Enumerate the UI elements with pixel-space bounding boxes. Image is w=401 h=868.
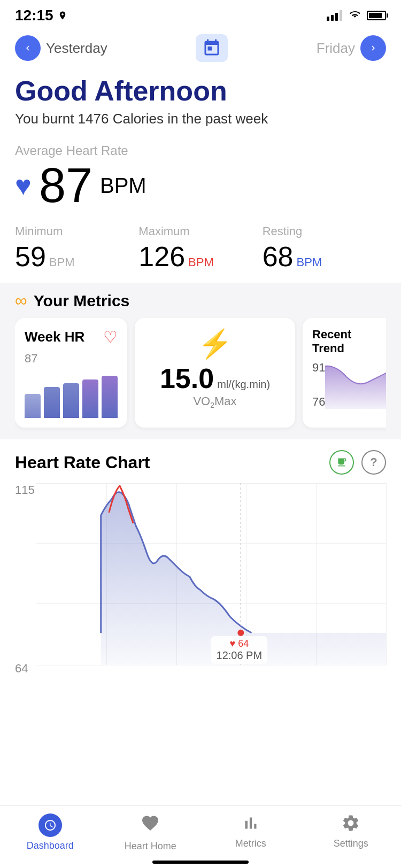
home-indicator [152,861,249,864]
chart-tooltip: ♥ 64 12:06 PM [211,636,268,664]
chart-y-labels: 115 64 [15,483,35,686]
signal-icon [327,10,342,21]
hr-min-stat: Minimum 59 BPM [15,224,138,273]
hr-avg-unit: BPM [100,174,146,198]
hr-avg-label: Average Heart Rate [15,143,386,158]
greeting-subtitle: You burnt 1476 Calories in the past week [15,111,386,127]
infinity-icon: ∞ [15,291,27,311]
prev-day-button[interactable] [15,35,41,61]
hr-max-unit: BPM [188,255,214,269]
recent-trend-card[interactable]: RecentTrend 91 76 [303,318,386,428]
hr-min-label: Minimum [15,224,138,238]
nav-item-dashboard[interactable]: Dashboard [0,813,101,852]
chart-header: Heart Rate Chart ? [15,450,386,475]
chart-action-icons: ? [329,450,386,475]
status-time: 12:15 [15,7,53,24]
hr-rest-stat: Resting 68 BPM [263,224,386,273]
metrics-title: Your Metrics [34,292,130,310]
heart-outline-icon: ♡ [103,328,118,346]
y-max-label: 115 [15,483,35,497]
bottom-nav: Dashboard Heart Home Metrics Settings [0,805,401,868]
chart-grid: ♥ 64 12:06 PM [36,483,386,665]
tooltip-time: 12:06 PM [217,649,263,662]
heart-home-nav-label: Heart Home [125,841,176,852]
settings-icon [341,813,360,835]
metrics-header: ∞ Your Metrics [15,291,386,311]
chart-section: Heart Rate Chart ? 115 64 [0,439,401,692]
nav-item-heart-home[interactable]: Heart Home [101,813,201,852]
hr-max-value: 126 [138,241,185,273]
prev-day-label: Yesterday [46,40,107,57]
metrics-icon [241,813,260,835]
vo2max-value: 15.0 [160,362,214,394]
hr-avg-value: 87 [39,161,92,210]
greeting-title: Good Afternoon [15,76,386,106]
week-hr-title: Week HR [25,329,84,345]
next-day-button[interactable] [360,35,386,61]
heart-home-icon [141,813,160,838]
hr-stats-row: Minimum 59 BPM Maximum 126 BPM Resting 6… [15,224,386,273]
week-hr-bar-chart [25,370,118,418]
greeting-section: Good Afternoon You burnt 1476 Calories i… [0,71,401,138]
help-button[interactable]: ? [361,450,386,475]
trend-top-val: 91 [312,361,325,375]
y-min-label: 64 [15,662,35,676]
hr-min-unit: BPM [49,255,75,269]
battery-icon [367,11,386,20]
question-icon: ? [370,455,377,469]
heart-icon: ♥ [15,169,32,201]
location-icon [58,11,67,20]
calendar-button[interactable] [196,34,228,62]
hr-min-value: 59 [15,241,46,273]
hr-rest-label: Resting [263,224,386,238]
week-hr-card[interactable]: Week HR ♡ 87 [15,318,127,428]
status-icons [327,9,386,22]
hr-rest-value: 68 [263,241,294,273]
status-bar: 12:15 [0,0,401,29]
chart-title: Heart Rate Chart [15,453,150,472]
metrics-nav-label: Metrics [235,838,266,849]
week-hr-value: 87 [25,352,118,366]
hr-max-stat: Maximum 126 BPM [138,224,262,273]
hr-max-label: Maximum [138,224,262,238]
metrics-cards: Week HR ♡ 87 ⚡ 15.0 ml/(kg.min) VO2Max [15,318,386,434]
recent-trend-title: RecentTrend [312,328,351,355]
trend-chart: 91 76 [312,361,386,409]
dashboard-nav-label: Dashboard [27,840,74,851]
svg-point-1 [237,630,244,636]
next-day-label: Friday [317,40,355,57]
hr-rest-unit: BPM [297,255,322,269]
hr-main-display: ♥ 87 BPM [15,161,386,210]
heart-rate-chart: 115 64 [15,483,386,686]
metrics-section: ∞ Your Metrics Week HR ♡ 87 ⚡ 15.0 [0,283,401,439]
heart-rate-section: Average Heart Rate ♥ 87 BPM Minimum 59 B… [0,138,401,283]
settings-nav-label: Settings [334,838,368,849]
vo2max-unit: ml/(kg.min) [217,378,270,391]
present-button[interactable] [329,450,354,475]
tooltip-heart-icon: ♥ 64 [229,638,249,649]
nav-item-settings[interactable]: Settings [301,813,402,852]
vo2max-label: VO2Max [144,394,286,409]
lightning-icon: ⚡ [144,328,286,360]
trend-bot-val: 76 [312,395,325,409]
dashboard-icon [38,813,62,837]
nav-item-metrics[interactable]: Metrics [200,813,301,852]
nav-header: Yesterday Friday [0,29,401,71]
vo2max-card[interactable]: ⚡ 15.0 ml/(kg.min) VO2Max [135,318,295,428]
wifi-icon [348,9,361,22]
